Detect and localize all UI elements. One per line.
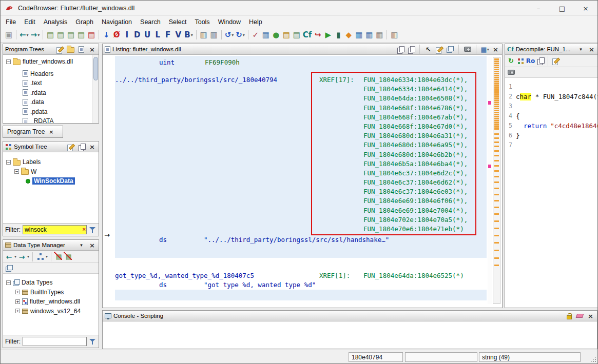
define-undefined-icon[interactable]: U xyxy=(142,29,152,41)
maximize-button[interactable]: □ xyxy=(550,1,574,16)
define-long-icon[interactable]: L xyxy=(152,29,163,41)
tree-node-section[interactable]: .rdata xyxy=(3,88,99,98)
close-icon[interactable]: × xyxy=(88,143,97,151)
copy-icon[interactable] xyxy=(396,45,404,54)
conflict-handler-icon[interactable] xyxy=(5,264,13,273)
data-type-icon[interactable]: ◆ xyxy=(343,29,354,41)
previous-dropdown-icon[interactable]: ▾ xyxy=(14,254,16,259)
undo-icon[interactable]: ↺ ▾ xyxy=(224,29,235,41)
code-line-2[interactable]: char * FUN_18047c844(v xyxy=(516,92,598,102)
search-memory-icon[interactable]: ▥ xyxy=(389,29,399,41)
function-compare-icon[interactable]: Cf xyxy=(302,29,313,41)
panel-menu-icon[interactable]: ▾ xyxy=(77,241,86,250)
window-table-icon[interactable]: ▦ xyxy=(354,29,364,41)
menu-item[interactable]: Help xyxy=(245,17,266,27)
menu-item[interactable]: Search xyxy=(136,17,165,27)
tree-node-section[interactable]: _RDATA xyxy=(3,116,99,123)
tree-node-windows-archive[interactable]: + windows_vs12_64 xyxy=(3,307,99,316)
filter-options-icon[interactable] xyxy=(89,338,97,346)
program-diff-icon[interactable]: ▦ xyxy=(374,29,384,41)
panel-menu-icon[interactable]: ▾ xyxy=(576,45,585,54)
new-tree-icon[interactable] xyxy=(77,45,86,54)
string-label[interactable]: ../../third_party/boringssl/src/_180e407… xyxy=(115,75,277,84)
xref-header[interactable]: XREF[1]: xyxy=(319,271,350,280)
program-trees-header[interactable]: Program Trees × xyxy=(3,44,99,55)
code-line-5[interactable]: return"c4cd48e18646 xyxy=(524,121,598,131)
filter-arrays-off-icon[interactable]: ▤ xyxy=(54,252,63,261)
symbol-tree-header[interactable]: Symbol Tree × xyxy=(3,141,99,152)
copy-special-icon[interactable]: ▤ xyxy=(86,29,97,41)
menu-item[interactable]: File xyxy=(2,17,20,27)
filter-options-icon[interactable] xyxy=(89,226,97,234)
toggle-panel-icon[interactable]: ▦▾ xyxy=(480,45,489,54)
next-type-icon[interactable]: → xyxy=(17,252,26,261)
resize-grip[interactable] xyxy=(591,357,596,362)
cursor-mode-icon[interactable]: ↖ xyxy=(424,45,433,54)
mnemonic[interactable]: ds xyxy=(159,280,167,289)
operand-scalar[interactable]: FF69F090h xyxy=(205,58,240,67)
program-tree-scrollbar[interactable] xyxy=(92,55,99,123)
close-window-button[interactable]: × xyxy=(574,1,597,16)
open-tree-folder-icon[interactable] xyxy=(66,45,75,54)
tree-node-w[interactable]: − W xyxy=(3,167,99,177)
dtm-filter-input[interactable] xyxy=(23,337,87,346)
refresh-symbols-icon[interactable] xyxy=(77,143,86,151)
edit-fields-icon[interactable] xyxy=(435,45,443,54)
window-table2-icon[interactable]: ▦ xyxy=(364,29,374,41)
close-icon[interactable]: × xyxy=(88,241,97,250)
clear-console-icon[interactable] xyxy=(575,312,584,320)
menu-item[interactable]: Analysis xyxy=(40,17,72,27)
run-script-icon[interactable]: ▶ xyxy=(323,29,333,41)
collapse-toggle-icon[interactable]: − xyxy=(14,169,19,174)
tree-node-builtintypes[interactable]: + BuiltInTypes xyxy=(3,288,99,297)
minimize-button[interactable]: – xyxy=(527,1,550,16)
copy-code-icon[interactable]: ▤ xyxy=(55,29,66,41)
operand-string[interactable]: "got type %d, wanted type %d" xyxy=(204,280,316,289)
memory-map-icon[interactable]: ▦ xyxy=(261,29,271,41)
copy-icon[interactable] xyxy=(536,56,545,65)
decompile-view[interactable]: 1234567 char * FUN_18047c844(v { return"… xyxy=(505,78,598,308)
copy-bytes-icon[interactable]: ▤ xyxy=(66,29,76,41)
decompile-header[interactable]: Cf Decompile: FUN_1... ▾ × xyxy=(505,44,598,55)
console-output[interactable] xyxy=(103,321,597,349)
re-decompile-icon[interactable]: ↻ xyxy=(507,56,515,65)
listing-view[interactable]: uint FF69F090h ../../third_party/borings… xyxy=(103,55,502,308)
edit-symbol-icon[interactable] xyxy=(66,143,75,151)
snapshot-camera-icon[interactable] xyxy=(507,68,515,77)
listing-overview-bar[interactable] xyxy=(493,57,500,304)
snapshot-camera-icon[interactable] xyxy=(463,45,472,54)
tree-node-winsockdata[interactable]: WinSockData xyxy=(3,176,99,186)
rename-options-icon[interactable]: Ro xyxy=(526,56,535,65)
copy-location-icon[interactable]: ▤ xyxy=(45,29,55,41)
next-dropdown-icon[interactable]: ▾ xyxy=(27,254,29,259)
collapse-toggle-icon[interactable]: − xyxy=(6,59,11,64)
assemble-icon[interactable]: ↪ xyxy=(313,29,323,41)
modify-tree-icon[interactable] xyxy=(55,45,64,54)
tree-node-data-types-root[interactable]: − Data Types xyxy=(3,278,99,288)
code-line-6[interactable]: } xyxy=(516,131,520,140)
close-icon[interactable]: × xyxy=(587,45,596,54)
forward-icon[interactable]: → ▾ xyxy=(30,29,41,41)
edit-function-icon[interactable] xyxy=(551,56,560,65)
equates-icon[interactable]: ▤ xyxy=(292,29,302,41)
menu-item[interactable]: Edit xyxy=(20,17,40,27)
close-icon[interactable]: × xyxy=(88,45,97,54)
patch-instruction-icon[interactable]: ▥ xyxy=(199,29,209,41)
code-line-4[interactable]: { xyxy=(516,111,520,121)
close-icon[interactable]: × xyxy=(586,312,595,320)
scroll-lock-icon[interactable] xyxy=(565,312,573,320)
tree-node-program-archive[interactable]: + flutter_windows.dll xyxy=(3,297,99,307)
program-tree-tab[interactable]: Program Tree × xyxy=(3,126,63,138)
back-icon[interactable]: ← ▾ xyxy=(18,29,30,41)
menu-item[interactable]: Select xyxy=(165,17,191,27)
menu-item[interactable]: Navigation xyxy=(98,17,136,27)
define-byte-icon[interactable]: B ▾ xyxy=(183,29,194,41)
tree-node-labels[interactable]: − Labels xyxy=(3,157,99,167)
tree-node-section[interactable]: .text xyxy=(3,78,99,88)
define-data-icon[interactable]: D xyxy=(132,29,142,41)
clear-code-icon[interactable]: Ø xyxy=(111,29,122,41)
define-instruction-icon[interactable]: I xyxy=(122,29,132,41)
register-view-icon[interactable]: ▤ xyxy=(281,29,292,41)
hierarchy-view-icon[interactable] xyxy=(36,252,45,261)
titlebar[interactable]: CodeBrowser: Flutter:/flutter_windows.dl… xyxy=(1,1,597,16)
